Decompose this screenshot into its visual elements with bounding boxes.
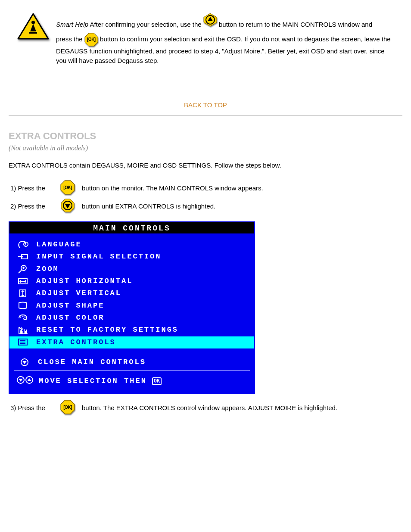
smart-help-text: Smart Help After confirming your selecti…: [56, 13, 394, 65]
warning-icon: [17, 13, 49, 40]
svg-rect-2: [29, 32, 37, 34]
adjust-vertical-icon: [16, 288, 29, 299]
intro-p2-after: button to confirm your selection and exi…: [56, 35, 391, 64]
intro-p2-before: press the: [56, 35, 84, 43]
osd-item-adj-color: ADJUST COLOR: [9, 312, 254, 324]
osd-close: CLOSE MAIN CONTROLS: [9, 356, 254, 368]
svg-point-21: [22, 315, 24, 317]
svg-text:?: ?: [24, 243, 28, 246]
osd-label: ZOOM: [36, 264, 59, 275]
svg-marker-29: [22, 361, 27, 364]
ok-button-icon: [OK]: [84, 33, 98, 47]
osd-item-input-signal: INPUT SIGNAL SELECTION: [9, 251, 254, 263]
extra-controls-icon: [16, 337, 29, 348]
svg-point-22: [25, 316, 26, 317]
osd-item-extra-controls: EXTRA CONTROLS: [9, 336, 254, 348]
osd-title: MAIN CONTROLS: [9, 222, 254, 233]
osd-label: LANGUAGE: [36, 239, 82, 250]
ok-button-icon: [OK]: [60, 180, 75, 195]
zoom-icon: [16, 264, 29, 275]
osd-close-label: CLOSE MAIN CONTROLS: [38, 357, 146, 368]
osd-item-adj-horizontal: ADJUST HORIZONTAL: [9, 275, 254, 287]
back-to-top-link[interactable]: BACK TO TOP: [184, 101, 227, 109]
osd-ok-glyph: OK: [152, 377, 162, 385]
factory-reset-icon: [16, 324, 29, 336]
intro-p1-before: After confirming your selection, use the: [90, 21, 203, 28]
osd-label: RESET TO FACTORY SETTINGS: [36, 324, 178, 336]
ok-button-icon: [OK]: [60, 400, 75, 414]
svg-point-1: [31, 21, 35, 24]
smart-help-block: Smart Help After confirming your selecti…: [9, 13, 402, 86]
step2-text: button until EXTRA CONTROLS is highlight…: [82, 202, 402, 210]
step-1: 1) Press the [OK] button on the monitor.…: [9, 180, 402, 196]
osd-item-language: ? LANGUAGE: [9, 239, 254, 251]
smart-help-em: Smart Help: [56, 21, 88, 28]
section-title: EXTRA CONTROLS: [9, 131, 402, 142]
language-icon: ?: [16, 239, 29, 250]
intro-p1-after: button to return to the MAIN CONTROLS wi…: [219, 21, 372, 28]
osd-item-reset: RESET TO FACTORY SETTINGS: [9, 324, 254, 336]
divider: [9, 115, 402, 115]
svg-marker-31: [19, 379, 23, 382]
step-2: 2) Press the button until EXTRA CONTROLS…: [9, 199, 402, 214]
osd-label: ADJUST SHAPE: [36, 300, 104, 311]
svg-point-20: [20, 316, 22, 317]
osd-item-adj-shape: ADJUST SHAPE: [9, 300, 254, 312]
step1-num: 1) Press the: [10, 184, 45, 192]
svg-marker-33: [27, 378, 31, 381]
down-arrow-icon: [61, 199, 75, 212]
step-3: 3) Press the [OK] button. The EXTRA CONT…: [9, 400, 402, 416]
osd-label: EXTRA CONTROLS: [36, 337, 116, 348]
osd-item-zoom: ZOOM: [9, 263, 254, 275]
osd-item-adj-vertical: ADJUST VERTICAL: [9, 287, 254, 299]
section-subtitle: (Not available in all models): [9, 144, 402, 152]
osd-label: ADJUST HORIZONTAL: [36, 276, 133, 287]
adjust-shape-icon: [16, 300, 29, 311]
osd-label: INPUT SIGNAL SELECTION: [36, 251, 161, 262]
close-down-icon: [16, 357, 31, 368]
svg-line-15: [19, 270, 22, 273]
osd-footer-text: MOVE SELECTION THEN: [39, 377, 147, 385]
section-lead: EXTRA CONTROLS contain DEGAUSS, MOIRE an…: [9, 162, 402, 169]
up-down-icons: [16, 375, 34, 387]
adjust-color-icon: [16, 312, 29, 324]
step2-num: 2) Press the: [10, 202, 45, 210]
adjust-horizontal-icon: [16, 276, 29, 287]
step3-text: button. The EXTRA CONTROLS control windo…: [82, 404, 402, 411]
osd-footer: MOVE SELECTION THEN OK: [9, 373, 254, 389]
osd-label: ADJUST COLOR: [36, 312, 104, 324]
input-signal-icon: [16, 251, 29, 262]
step1-text: button on the monitor. The MAIN CONTROLS…: [82, 184, 402, 192]
step3-num: 3) Press the: [10, 404, 45, 411]
up-arrow-icon: [203, 13, 217, 27]
osd-main-controls: MAIN CONTROLS ? LANGUAGE INPUT SIGNAL SE…: [9, 221, 255, 394]
osd-label: ADJUST VERTICAL: [36, 288, 121, 299]
